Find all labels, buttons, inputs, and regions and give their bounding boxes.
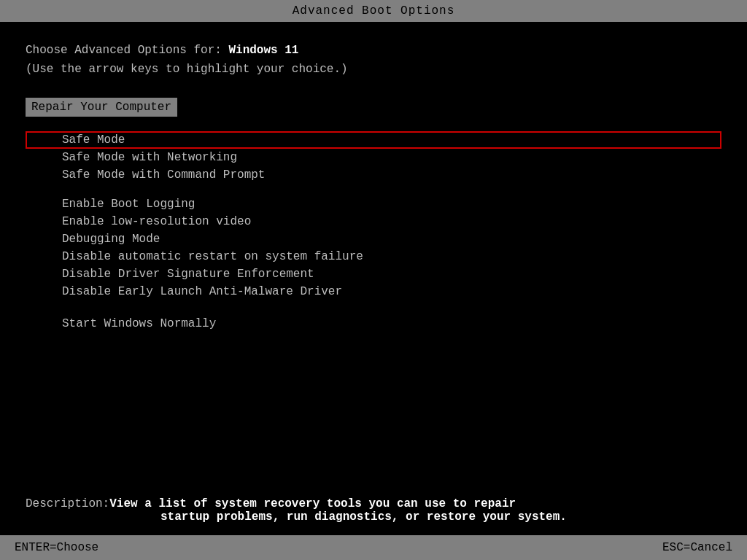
spacer-2 <box>26 300 721 312</box>
description-label: Description: <box>26 497 109 510</box>
os-name: Windows 11 <box>228 44 298 57</box>
description-text-line2: startup problems, run diagnostics, or re… <box>160 510 567 524</box>
enter-label: ENTER=Choose <box>15 541 98 554</box>
enable-boot-logging-item[interactable]: Enable Boot Logging <box>26 195 721 213</box>
disable-restart-item[interactable]: Disable automatic restart on system fail… <box>26 248 721 265</box>
choose-line: Choose Advanced Options for: Windows 11 <box>26 44 721 57</box>
disable-driver-sig-item[interactable]: Disable Driver Signature Enforcement <box>26 265 721 283</box>
description-section: Description: View a list of system recov… <box>26 497 721 524</box>
description-line1: Description: View a list of system recov… <box>26 497 721 510</box>
description-text-line1: View a list of system recovery tools you… <box>109 497 516 510</box>
choose-prefix: Choose Advanced Options for: <box>26 44 228 57</box>
safe-mode-command-item[interactable]: Safe Mode with Command Prompt <box>26 166 721 184</box>
repair-your-computer-item[interactable]: Repair Your Computer <box>26 98 177 117</box>
safe-mode-item[interactable]: Safe Mode <box>26 131 721 149</box>
safe-mode-networking-item[interactable]: Safe Mode with Networking <box>26 149 721 166</box>
title-text: Advanced Boot Options <box>293 4 455 18</box>
start-windows-normally-item[interactable]: Start Windows Normally <box>26 315 721 332</box>
menu-section: Repair Your Computer Safe Mode Safe Mode… <box>26 98 721 332</box>
debugging-mode-item[interactable]: Debugging Mode <box>26 230 721 248</box>
esc-label: ESC=Cancel <box>662 541 732 554</box>
title-bar: Advanced Boot Options <box>0 0 747 22</box>
bottom-bar: ENTER=Choose ESC=Cancel <box>0 535 747 560</box>
description-line2: startup problems, run diagnostics, or re… <box>26 510 721 524</box>
main-content: Choose Advanced Options for: Windows 11 … <box>0 22 747 347</box>
spacer-1 <box>26 184 721 195</box>
disable-anti-malware-item[interactable]: Disable Early Launch Anti-Malware Driver <box>26 283 721 300</box>
arrow-keys-hint: (Use the arrow keys to highlight your ch… <box>26 63 721 76</box>
enable-low-res-item[interactable]: Enable low-resolution video <box>26 213 721 230</box>
